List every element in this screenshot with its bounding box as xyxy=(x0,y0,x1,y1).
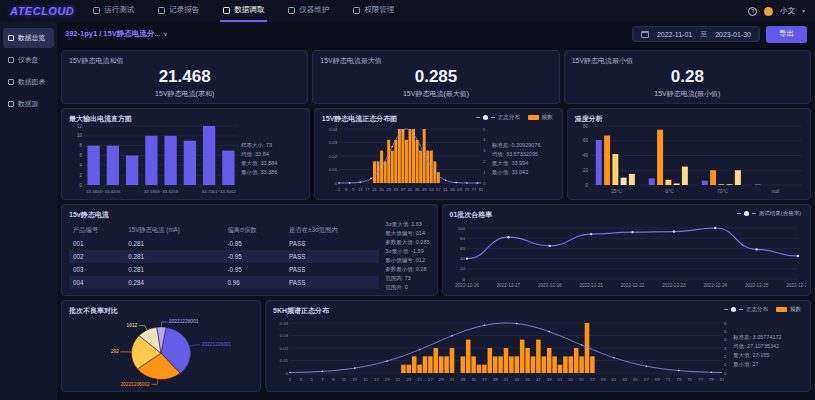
content-area: 392-1py1 / 15V静态电流分... ∨ 2022-11-01 至 20… xyxy=(57,22,815,400)
stat-card-value: 21.468 xyxy=(69,67,300,87)
date-end[interactable]: 2023-01-30 xyxy=(715,31,751,38)
table-header-row: 产品编号15V静态电流 (mA)偏离σ倍数是否在±3σ范围内 xyxy=(69,223,379,237)
sidebar-item-icon xyxy=(8,57,14,63)
legend-pass-rate[interactable]: 测试结果(合格率) xyxy=(737,210,801,217)
export-button[interactable]: 导出 xyxy=(766,26,807,43)
svg-text:37: 37 xyxy=(482,377,487,382)
cell-current: 0.281 xyxy=(124,263,223,276)
help-icon[interactable]: ? xyxy=(748,7,757,16)
breadcrumb[interactable]: 392-1py1 / 15V静态电流分... ∨ xyxy=(65,29,167,39)
subheader: 392-1py1 / 15V静态电流分... ∨ 2022-11-01 至 20… xyxy=(61,22,811,46)
svg-text:0: 0 xyxy=(483,181,486,186)
legend-freq[interactable]: 频数 xyxy=(528,114,553,121)
normal-dist-15v-card: 15V静态电流正态分布图 正态分布 频数 00.010.020.030.0401… xyxy=(314,108,563,200)
nav-item[interactable]: 仪器维护 xyxy=(285,0,332,22)
user-name[interactable]: 小文 xyxy=(780,6,795,16)
stat-line: 标准差: 3.05774172 xyxy=(733,333,782,342)
sidebar-item[interactable]: 仪表盘 xyxy=(3,50,54,70)
table-header-cell: 产品编号 xyxy=(69,223,124,237)
chart-stats: 标准差: 3.05774172均值: 27.10735342最大值: 27.15… xyxy=(733,333,782,369)
nav-item[interactable]: 记录报告 xyxy=(155,0,202,22)
chart-legend: 正态分布 频数 xyxy=(724,306,801,313)
svg-text:20221226001: 20221226001 xyxy=(169,319,199,324)
stat-line: 最大值: 27.155 xyxy=(733,351,782,360)
nav-item[interactable]: 运行测试 xyxy=(90,0,137,22)
stat-line: 3σ最小值: -1.59 xyxy=(385,247,429,256)
table-row[interactable]: 001 0.281 -0.95 PASS xyxy=(69,237,379,250)
sidebar-item-icon xyxy=(8,79,14,85)
table-header-cell: 15V静态电流 (mA) xyxy=(124,223,223,237)
spectrum-dist-card: 5KH频谱正态分布 正态分布 频数 00.010.020.030.0401234… xyxy=(265,300,811,392)
svg-text:45: 45 xyxy=(525,377,530,382)
cell-pass-status: PASS xyxy=(285,237,379,250)
svg-text:75: 75 xyxy=(687,377,692,382)
legend-freq[interactable]: 频数 xyxy=(776,306,801,313)
svg-text:0: 0 xyxy=(462,277,465,282)
svg-text:19: 19 xyxy=(385,377,390,382)
svg-text:40: 40 xyxy=(583,153,589,158)
table-header-cell: 偏离σ倍数 xyxy=(223,223,285,237)
svg-text:0.03: 0.03 xyxy=(329,140,338,145)
legend-label: 正态分布 xyxy=(498,114,520,121)
svg-text:67: 67 xyxy=(644,377,649,382)
date-start[interactable]: 2022-11-01 xyxy=(657,31,692,38)
svg-text:39: 39 xyxy=(493,377,498,382)
svg-text:65: 65 xyxy=(450,187,455,192)
svg-text:2022-12-24: 2022-12-24 xyxy=(703,283,727,288)
svg-text:4: 4 xyxy=(724,337,727,342)
svg-text:80: 80 xyxy=(583,124,589,129)
charts-row-3: 批次不良率对比 20221206001202212060022921012202… xyxy=(61,300,811,392)
avatar[interactable] xyxy=(764,7,773,16)
svg-text:10: 10 xyxy=(77,133,83,138)
chevron-down-icon: ∨ xyxy=(163,31,167,37)
charts-row-2: 15v静态电流 产品编号15V静态电流 (mA)偏离σ倍数是否在±3σ范围内 xyxy=(61,204,811,296)
sidebar-item[interactable]: 数据图表 xyxy=(3,72,54,92)
date-separator: 至 xyxy=(700,29,707,39)
sidebar-item[interactable]: 数据总览 xyxy=(3,28,54,48)
sidebar-item[interactable]: 数据源 xyxy=(3,94,54,114)
nav-item[interactable]: 数据调取 xyxy=(220,0,267,22)
svg-text:100: 100 xyxy=(457,226,465,231)
date-range-picker[interactable]: 2022-11-01 至 2023-01-30 xyxy=(632,26,760,42)
nav-item-label: 权限管理 xyxy=(364,5,394,15)
pass-rate-card: 01批次合格率 测试结果(合格率) 0204060801002022-12-16… xyxy=(442,204,811,296)
legend-normal[interactable]: 正态分布 xyxy=(724,306,768,313)
svg-text:80: 80 xyxy=(460,236,465,241)
table-row[interactable]: 004 0.284 0.96 PASS xyxy=(69,276,379,289)
nav-item-label: 记录报告 xyxy=(169,5,199,15)
cell-sigma-dev: -0.95 xyxy=(223,250,285,263)
svg-text:0.04: 0.04 xyxy=(329,127,338,132)
temperature-analysis-card: 温度分析 02040608025℃0℃70℃null xyxy=(567,108,811,200)
chevron-down-icon[interactable]: ▾ xyxy=(802,8,805,14)
legend-normal[interactable]: 正态分布 xyxy=(476,114,520,121)
svg-text:25: 25 xyxy=(417,377,422,382)
svg-text:53: 53 xyxy=(568,377,573,382)
current-table-card: 15v静态电流 产品编号15V静态电流 (mA)偏离σ倍数是否在±3σ范围内 xyxy=(61,204,438,296)
stat-card: 15V静态电流最小值 0.28 15V静态电流(最小值) xyxy=(564,50,811,104)
table-row[interactable]: 003 0.281 -0.95 PASS xyxy=(69,263,379,276)
table-row[interactable]: 002 0.281 -0.95 PASS xyxy=(69,250,379,263)
legend-label: 频数 xyxy=(790,306,801,313)
stat-line: 参数最大值: 0.285 xyxy=(385,238,429,247)
svg-text:2022-12-25: 2022-12-25 xyxy=(744,283,768,288)
svg-text:17: 17 xyxy=(374,377,379,382)
cell-current: 0.281 xyxy=(124,250,223,263)
pass-rate-line-chart: 0204060801002022-12-162022-12-172022-12-… xyxy=(450,221,806,289)
cell-pass-status: PASS xyxy=(285,276,379,289)
nav-item-label: 仪器维护 xyxy=(299,5,329,15)
stat-line: 3σ最大值: 1.63 xyxy=(385,220,429,229)
nav-item[interactable]: 权限管理 xyxy=(350,0,397,22)
svg-text:55: 55 xyxy=(579,377,584,382)
svg-text:2022-12-26: 2022-12-26 xyxy=(786,283,806,288)
svg-text:13: 13 xyxy=(352,377,357,382)
svg-text:0: 0 xyxy=(286,371,289,376)
sidebar-item-icon xyxy=(8,35,14,41)
cell-sigma-dev: -0.95 xyxy=(223,237,285,250)
svg-text:0.02: 0.02 xyxy=(329,154,338,159)
svg-text:2022-12-23: 2022-12-23 xyxy=(662,283,686,288)
cell-pass-status: PASS xyxy=(285,263,379,276)
svg-text:81: 81 xyxy=(720,377,725,382)
stat-line: 范围外: 0 xyxy=(385,283,429,292)
svg-text:13: 13 xyxy=(358,187,363,192)
svg-text:41: 41 xyxy=(504,377,509,382)
